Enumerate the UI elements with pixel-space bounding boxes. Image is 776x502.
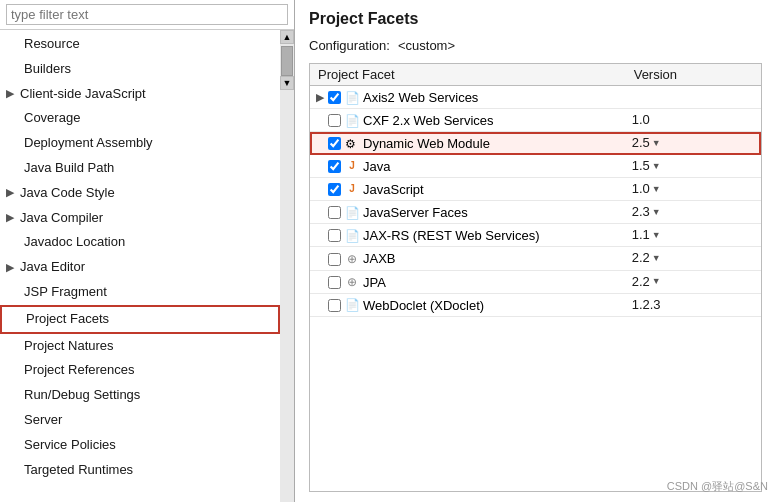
scroll-up-button[interactable]: ▲ [280,30,294,44]
plus-icon: ⊕ [345,252,359,266]
facet-checkbox[interactable] [328,91,341,104]
facet-name-label: JAXB [363,252,396,267]
row-expand-icon: ▶ [316,91,328,104]
facet-name-label: JavaServer Faces [363,205,468,220]
config-row: Configuration: <custom> [309,38,762,53]
table-row[interactable]: 📄CXF 2.x Web Services1.0 [310,109,761,132]
version-cell: 2.5 ▼ [626,132,761,153]
sidebar-item-server[interactable]: Server [0,408,280,433]
facet-checkbox[interactable] [328,160,341,173]
sidebar-item-label: Targeted Runtimes [24,460,133,481]
facet-cell: 📄WebDoclet (XDoclet) [310,293,626,316]
version-cell [626,86,761,92]
version-value: 2.3 [632,204,650,219]
col-facet-header: Project Facet [310,64,626,86]
sidebar-item-deployment-assembly[interactable]: Deployment Assembly [0,131,280,156]
sidebar-item-java-code-style[interactable]: ▶Java Code Style [0,181,280,206]
facet-checkbox[interactable] [328,206,341,219]
sidebar-item-project-natures[interactable]: Project Natures [0,334,280,359]
java-icon: J [345,160,359,174]
facet-cell: 📄JavaServer Faces [310,201,626,224]
table-row[interactable]: ⊕JPA2.2 ▼ [310,270,761,293]
facet-name-label: Dynamic Web Module [363,136,490,151]
row-expand-icon [316,183,328,195]
facet-checkbox[interactable] [328,253,341,266]
facet-name-label: JPA [363,275,386,290]
doc-icon: 📄 [345,229,359,243]
version-dropdown-icon[interactable]: ▼ [650,138,661,148]
expand-arrow-icon: ▶ [6,85,16,103]
version-dropdown-icon[interactable]: ▼ [650,253,661,263]
row-expand-icon [316,137,328,149]
table-row[interactable]: ⚙Dynamic Web Module2.5 ▼ [310,132,761,155]
version-value: 2.2 [632,274,650,289]
doc-icon: 📄 [345,298,359,312]
sidebar-item-label: Javadoc Location [24,232,125,253]
version-dropdown-icon[interactable]: ▼ [650,207,661,217]
sidebar-item-label: Project Facets [26,309,109,330]
version-dropdown-icon[interactable]: ▼ [650,184,661,194]
version-cell: 2.3 ▼ [626,201,761,222]
table-row[interactable]: 📄JavaServer Faces2.3 ▼ [310,201,761,224]
sidebar-item-builders[interactable]: Builders [0,57,280,82]
sidebar-item-resource[interactable]: Resource [0,32,280,57]
sidebar-item-java-editor[interactable]: ▶Java Editor [0,255,280,280]
row-expand-icon [316,252,328,264]
row-expand-icon [316,276,328,288]
version-value: 1.0 [632,112,650,127]
sidebar-item-label: Java Build Path [24,158,114,179]
row-expand-icon [316,114,328,126]
sidebar-item-java-compiler[interactable]: ▶Java Compiler [0,206,280,231]
panel-title: Project Facets [309,10,762,28]
facet-checkbox[interactable] [328,229,341,242]
sidebar-item-project-references[interactable]: Project References [0,358,280,383]
sidebar-item-client-side-js[interactable]: ▶Client-side JavaScript [0,82,280,107]
scroll-thumb[interactable] [281,46,293,76]
sidebar-item-jsp-fragment[interactable]: JSP Fragment [0,280,280,305]
sidebar-item-coverage[interactable]: Coverage [0,106,280,131]
facet-checkbox[interactable] [328,276,341,289]
table-row[interactable]: 📄WebDoclet (XDoclet)1.2.3 [310,293,761,316]
expand-arrow-icon: ▶ [6,184,16,202]
doc-icon: 📄 [345,114,359,128]
doc-icon: 📄 [345,91,359,105]
facet-cell: 📄JAX-RS (REST Web Services) [310,224,626,247]
sidebar-item-java-build-path[interactable]: Java Build Path [0,156,280,181]
sidebar-item-service-policies[interactable]: Service Policies [0,433,280,458]
expand-arrow-icon: ▶ [6,209,16,227]
filter-input[interactable] [6,4,288,25]
sidebar-item-label: Run/Debug Settings [24,385,140,406]
sidebar-item-label: Java Editor [20,257,85,278]
scroll-down-button[interactable]: ▼ [280,76,294,90]
sidebar-item-label: Java Compiler [20,208,103,229]
sidebar-item-javadoc-location[interactable]: Javadoc Location [0,230,280,255]
version-dropdown-icon[interactable]: ▼ [650,230,661,240]
version-dropdown-icon[interactable]: ▼ [650,276,661,286]
facets-table-container: Project Facet Version ▶📄Axis2 Web Servic… [309,63,762,492]
filter-container [0,0,294,30]
row-expand-icon [316,299,328,311]
col-version-header: Version [626,64,761,86]
sidebar-item-targeted-runtimes[interactable]: Targeted Runtimes [0,458,280,483]
sidebar-item-label: Resource [24,34,80,55]
table-row[interactable]: JJavaScript1.0 ▼ [310,178,761,201]
sidebar-item-project-facets[interactable]: Project Facets [0,305,280,334]
table-row[interactable]: ⊕JAXB2.2 ▼ [310,247,761,270]
table-row[interactable]: ▶📄Axis2 Web Services [310,86,761,109]
facet-checkbox[interactable] [328,114,341,127]
facet-checkbox[interactable] [328,183,341,196]
row-expand-icon [316,229,328,241]
table-row[interactable]: 📄JAX-RS (REST Web Services)1.1 ▼ [310,224,761,247]
facet-cell: ⚙Dynamic Web Module [310,132,626,155]
sidebar-item-run-debug-settings[interactable]: Run/Debug Settings [0,383,280,408]
watermark: CSDN @驿站@S&N [667,479,768,494]
config-label: Configuration: [309,38,390,53]
scrollbar[interactable]: ▲ ▼ [280,30,294,502]
facet-checkbox[interactable] [328,299,341,312]
version-value: 1.1 [632,227,650,242]
facet-cell: JJava [310,155,626,178]
table-row[interactable]: JJava1.5 ▼ [310,155,761,178]
gear-icon: ⚙ [345,137,359,151]
version-dropdown-icon[interactable]: ▼ [650,161,661,171]
facet-checkbox[interactable] [328,137,341,150]
